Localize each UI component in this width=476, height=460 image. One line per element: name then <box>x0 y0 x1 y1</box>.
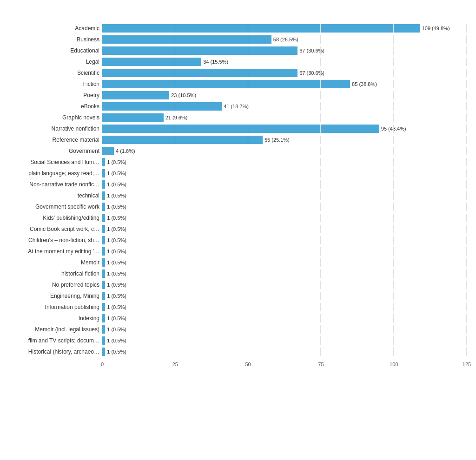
bar-value-label: 67 (30.6%) <box>299 70 324 76</box>
bar-fill <box>102 69 298 77</box>
bar-label: Memoir <box>9 259 102 266</box>
bar-track: 58 (26.5%) <box>102 35 467 44</box>
bar-label: Narrative nonfiction <box>9 125 102 132</box>
bar-label: Memoir (incl. legal issues) <box>9 326 102 333</box>
bar-fill <box>102 214 105 222</box>
bar-row: Narrative nonfiction95 (43.4%) <box>9 124 467 134</box>
bar-label: Non-narrative trade nonfic… <box>9 181 102 188</box>
bar-value-label: 1 (0.5%) <box>107 159 126 165</box>
bar-fill <box>102 113 164 122</box>
bar-value-label: 1 (0.5%) <box>107 349 126 355</box>
bar-row: Comic Book script work, c…1 (0.5%) <box>9 224 467 234</box>
bar-label: Comic Book script work, c… <box>9 226 102 232</box>
bar-row: Poetry23 (10.5%) <box>9 90 467 100</box>
bar-value-label: 1 (0.5%) <box>107 304 126 310</box>
bar-fill <box>102 169 105 177</box>
bar-track: 95 (43.4%) <box>102 125 467 133</box>
bar-fill <box>102 269 105 278</box>
bar-fill <box>102 247 105 256</box>
bar-fill <box>102 158 105 166</box>
bar-label: Fiction <box>9 81 102 87</box>
bar-row: film and TV scripts; docum…1 (0.5%) <box>9 335 467 346</box>
bar-track: 1 (0.5%) <box>102 191 467 200</box>
bar-value-label: 34 (15.5%) <box>203 59 228 65</box>
bar-track: 1 (0.5%) <box>102 281 467 289</box>
bar-label: historical fiction <box>9 270 102 277</box>
bar-track: 85 (38.8%) <box>102 80 467 88</box>
bar-row: Engineering, Mining1 (0.5%) <box>9 291 467 301</box>
bar-fill <box>102 281 105 289</box>
x-axis-tick: 0 <box>101 361 104 367</box>
bar-track: 4 (1.8%) <box>102 147 467 155</box>
bar-value-label: 1 (0.5%) <box>107 171 126 176</box>
bar-value-label: 95 (43.4%) <box>381 126 406 131</box>
bar-label: technical <box>9 192 102 199</box>
bar-fill <box>102 191 105 200</box>
bar-value-label: 1 (0.5%) <box>107 204 126 210</box>
bar-track: 55 (25.1%) <box>102 136 467 144</box>
bar-value-label: 1 (0.5%) <box>107 315 126 321</box>
bar-value-label: 55 (25.1%) <box>264 137 290 143</box>
bar-fill <box>102 102 222 111</box>
bar-label: Poetry <box>9 92 102 99</box>
x-axis-tick: 25 <box>172 361 178 367</box>
bar-track: 1 (0.5%) <box>102 203 467 211</box>
bar-value-label: 1 (0.5%) <box>107 282 126 288</box>
bar-row: Business58 (26.5%) <box>9 34 467 45</box>
bar-value-label: 58 (26.5%) <box>273 37 298 42</box>
bar-track: 1 (0.5%) <box>102 214 467 222</box>
bar-row: Social Sciences and Hum…1 (0.5%) <box>9 157 467 167</box>
bar-fill <box>102 314 105 322</box>
bar-label: Reference material <box>9 137 102 143</box>
bar-fill <box>102 236 105 244</box>
bar-label: Academic <box>9 25 102 32</box>
bar-label: No preferred topics <box>9 282 102 288</box>
bar-row: technical1 (0.5%) <box>9 191 467 201</box>
bar-value-label: 67 (30.6%) <box>299 48 324 53</box>
bar-track: 1 (0.5%) <box>102 325 467 334</box>
bar-value-label: 1 (0.5%) <box>107 193 126 198</box>
bar-fill <box>102 24 420 33</box>
x-axis: 0255075100125 <box>9 361 467 371</box>
bar-fill <box>102 136 263 144</box>
bar-label: film and TV scripts; docum… <box>9 337 102 344</box>
bar-value-label: 21 (9.6%) <box>165 115 188 120</box>
bar-track: 1 (0.5%) <box>102 348 467 356</box>
bar-value-label: 1 (0.5%) <box>107 338 126 343</box>
bar-track: 109 (49.8%) <box>102 24 467 33</box>
bar-value-label: 1 (0.5%) <box>107 249 126 254</box>
bar-label: Graphic novels <box>9 114 102 121</box>
bar-track: 1 (0.5%) <box>102 303 467 311</box>
bar-value-label: 1 (0.5%) <box>107 215 126 221</box>
bar-track: 1 (0.5%) <box>102 180 467 189</box>
bar-track: 1 (0.5%) <box>102 292 467 300</box>
x-axis-tick: 75 <box>318 361 324 367</box>
bar-label: Business <box>9 36 102 43</box>
bar-track: 1 (0.5%) <box>102 247 467 256</box>
bar-row: plain language; easy read;…1 (0.5%) <box>9 168 467 178</box>
bar-track: 67 (30.6%) <box>102 46 467 55</box>
bar-row: Historical (history, archaeo…1 (0.5%) <box>9 347 467 357</box>
bar-track: 1 (0.5%) <box>102 314 467 322</box>
bar-label: Historical (history, archaeo… <box>9 348 102 355</box>
bar-label: Engineering, Mining <box>9 293 102 299</box>
bar-fill <box>102 147 114 155</box>
bar-row: historical fiction1 (0.5%) <box>9 269 467 279</box>
bar-fill <box>102 58 201 66</box>
bar-fill <box>102 46 298 55</box>
bar-row: Information publishing1 (0.5%) <box>9 302 467 312</box>
bar-label: Scientific <box>9 70 102 76</box>
bar-row: Educational67 (30.6%) <box>9 46 467 56</box>
bar-label: Educational <box>9 47 102 54</box>
bar-fill <box>102 258 105 267</box>
bar-label: Kids' publishing/editing <box>9 215 102 221</box>
bar-row: Kids' publishing/editing1 (0.5%) <box>9 213 467 223</box>
bar-value-label: 23 (10.5%) <box>171 92 196 98</box>
bar-value-label: 1 (0.5%) <box>107 260 126 265</box>
bar-fill <box>102 35 271 44</box>
bar-fill <box>102 292 105 300</box>
bar-fill <box>102 225 105 233</box>
bar-row: Reference material55 (25.1%) <box>9 135 467 145</box>
bar-row: Memoir1 (0.5%) <box>9 257 467 268</box>
bar-row: Fiction85 (38.8%) <box>9 79 467 89</box>
